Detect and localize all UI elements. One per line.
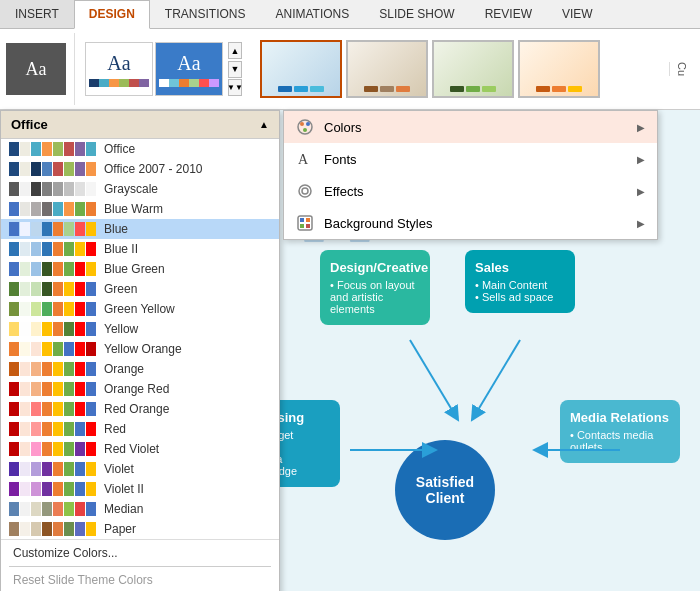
color-item-blue-ii[interactable]: Blue II [1,239,279,259]
box-sales-title: Sales [475,260,565,275]
color-item-label-10: Yellow Orange [104,342,182,356]
color-item-label-11: Orange [104,362,144,376]
color-item-red[interactable]: Red [1,419,279,439]
theme-thumb-4[interactable] [518,40,600,98]
color-item-red-orange[interactable]: Red Orange [1,399,279,419]
submenu-arrow-colors: ▶ [637,122,645,133]
tab-review[interactable]: REVIEW [470,0,547,28]
colors-dropdown-scroll-arrow: ▲ [259,119,269,130]
color-item-blue-green[interactable]: Blue Green [1,259,279,279]
box-sales: Sales • Main Content • Sells ad space [465,250,575,313]
svg-line-0 [410,340,455,415]
color-item-paper[interactable]: Paper [1,519,279,539]
box-media-title: Media Relations [570,410,670,425]
submenu-item-fonts[interactable]: AFonts▶ [284,143,657,175]
customize-colors-btn[interactable]: Customize Colors... [9,544,271,562]
color-item-label-1: Office 2007 - 2010 [104,162,203,176]
color-swatches-8 [9,302,96,316]
color-item-office-2007---2010[interactable]: Office 2007 - 2010 [1,159,279,179]
submenu-item-effects[interactable]: Effects▶ [284,175,657,207]
tab-insert[interactable]: INSERT [0,0,74,28]
color-item-blue-warm[interactable]: Blue Warm [1,199,279,219]
color-item-yellow-orange[interactable]: Yellow Orange [1,339,279,359]
submenu-arrow-background-styles: ▶ [637,218,645,229]
color-item-median[interactable]: Median [1,499,279,519]
color-item-label-5: Blue II [104,242,138,256]
color-item-label-0: Office [104,142,135,156]
theme-button-aa2[interactable]: Aa [155,42,223,96]
color-item-yellow[interactable]: Yellow [1,319,279,339]
color-swatches-18 [9,502,96,516]
ribbon-tabs: INSERT DESIGN TRANSITIONS ANIMATIONS SLI… [0,0,700,29]
color-swatches-11 [9,362,96,376]
colors-dropdown-header: Office ▲ [1,111,279,139]
color-item-violet-ii[interactable]: Violet II [1,479,279,499]
box-design: Design/Creative • Focus on layout and ar… [320,250,430,325]
color-item-violet[interactable]: Violet [1,459,279,479]
color-item-label-3: Blue Warm [104,202,163,216]
color-item-office[interactable]: Office [1,139,279,159]
box-center-title: Satisfied Client [405,474,485,506]
svg-rect-13 [306,218,310,222]
themes-scroll-up[interactable]: ▲ [228,42,242,59]
fonts-icon: A [296,150,314,168]
colors-list[interactable]: OfficeOffice 2007 - 2010GrayscaleBlue Wa… [1,139,279,539]
color-swatches-10 [9,342,96,356]
color-item-orange[interactable]: Orange [1,359,279,379]
background-icon [296,214,314,232]
color-swatches-0 [9,142,96,156]
box-sales-bullet1: • Main Content [475,279,565,291]
color-item-label-17: Violet II [104,482,144,496]
tab-transitions[interactable]: TRANSITIONS [150,0,261,28]
submenu-label-background-styles: Background Styles [324,216,432,231]
color-item-label-12: Orange Red [104,382,169,396]
box-design-bullet1: • Focus on layout and artistic elements [330,279,420,315]
svg-line-1 [475,340,520,415]
color-item-label-16: Violet [104,462,134,476]
color-swatches-5 [9,242,96,256]
color-item-orange-red[interactable]: Orange Red [1,379,279,399]
submenu-label-colors: Colors [324,120,362,135]
color-item-green-yellow[interactable]: Green Yellow [1,299,279,319]
ribbon-content: Aa Aa [0,29,700,109]
color-swatches-15 [9,442,96,456]
submenu-item-background-styles[interactable]: Background Styles▶ [284,207,657,239]
tab-slideshow[interactable]: SLIDE SHOW [364,0,469,28]
theme-button-aa1[interactable]: Aa [85,42,153,96]
colors-icon [296,118,314,136]
tab-design[interactable]: DESIGN [74,0,150,29]
theme-thumb-2[interactable] [346,40,428,98]
box-media: Media Relations • Contacts media outlets [560,400,680,463]
color-item-label-15: Red Violet [104,442,159,456]
svg-point-7 [303,128,307,132]
color-item-label-18: Median [104,502,143,516]
box-center: Satisfied Client [395,440,495,540]
color-item-label-9: Yellow [104,322,138,336]
svg-rect-14 [300,224,304,228]
color-item-label-8: Green Yellow [104,302,175,316]
themes-scroll-down[interactable]: ▼ [228,61,242,78]
customize-button[interactable]: Cu [669,62,694,76]
tab-view[interactable]: VIEW [547,0,608,28]
submenu-arrow-effects: ▶ [637,186,645,197]
reset-colors-btn[interactable]: Reset Slide Theme Colors [9,571,271,589]
themes-scroll-more[interactable]: ▼▼ [228,79,242,96]
color-item-label-7: Green [104,282,137,296]
colors-dropdown: Office ▲ OfficeOffice 2007 - 2010Graysca… [0,110,280,591]
svg-point-5 [300,122,304,126]
color-swatches-19 [9,522,96,536]
submenu-item-colors[interactable]: Colors▶ [284,111,657,143]
color-swatches-13 [9,402,96,416]
theme-thumb-1[interactable] [260,40,342,98]
theme-thumb-3[interactable] [432,40,514,98]
main-area: W ITH CLIENTS . . . . . . . . . . . . De… [0,110,700,591]
color-item-grayscale[interactable]: Grayscale [1,179,279,199]
color-item-blue[interactable]: Blue [1,219,279,239]
color-item-green[interactable]: Green [1,279,279,299]
submenu-label-fonts: Fonts [324,152,357,167]
box-design-title: Design/Creative [330,260,420,275]
svg-rect-15 [306,224,310,228]
color-item-label-19: Paper [104,522,136,536]
tab-animations[interactable]: ANIMATIONS [260,0,364,28]
color-item-red-violet[interactable]: Red Violet [1,439,279,459]
